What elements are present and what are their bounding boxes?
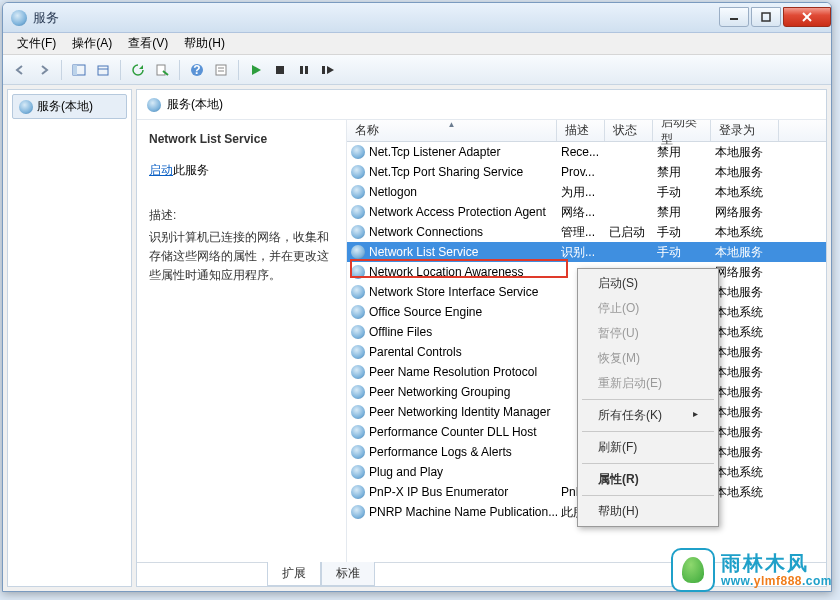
col-state[interactable]: 状态 (605, 120, 653, 141)
service-action-line: 启动此服务 (149, 162, 334, 179)
menu-view[interactable]: 查看(V) (120, 33, 176, 54)
table-row[interactable]: Network Connections管理...已启动手动本地系统 (347, 222, 826, 242)
service-icon (351, 465, 365, 479)
service-desc: 识别... (557, 244, 605, 261)
table-row[interactable]: Net.Tcp Port Sharing ServiceProv...禁用本地服… (347, 162, 826, 182)
table-row[interactable]: Netlogon为用...手动本地系统 (347, 182, 826, 202)
service-logon: 网络服务 (711, 264, 779, 281)
selected-service-name: Network List Service (149, 132, 334, 146)
service-start-type: 手动 (653, 224, 711, 241)
service-name: Offline Files (369, 325, 432, 339)
titlebar[interactable]: 服务 (3, 3, 831, 33)
service-name: Network Connections (369, 225, 483, 239)
service-name: Peer Networking Identity Manager (369, 405, 550, 419)
window-buttons (717, 7, 831, 29)
service-logon: 本地服务 (711, 444, 779, 461)
service-logon: 本地系统 (711, 304, 779, 321)
ctx-properties[interactable]: 属性(R) (580, 467, 716, 492)
service-icon (351, 285, 365, 299)
properties-button[interactable] (210, 59, 232, 81)
service-icon (351, 225, 365, 239)
service-desc: 管理... (557, 224, 605, 241)
service-icon (351, 185, 365, 199)
ctx-resume: 恢复(M) (580, 346, 716, 371)
service-icon (351, 345, 365, 359)
close-button[interactable] (783, 7, 831, 27)
separator (120, 60, 121, 80)
menu-file[interactable]: 文件(F) (9, 33, 64, 54)
service-icon (351, 505, 365, 519)
col-logon[interactable]: 登录为 (711, 120, 779, 141)
service-icon (351, 265, 365, 279)
show-hide-tree-button[interactable] (68, 59, 90, 81)
ctx-help[interactable]: 帮助(H) (580, 499, 716, 524)
tab-extended[interactable]: 扩展 (267, 562, 321, 586)
start-service-button[interactable] (245, 59, 267, 81)
service-logon: 本地系统 (711, 324, 779, 341)
back-button[interactable] (9, 59, 31, 81)
refresh-button[interactable] (127, 59, 149, 81)
ctx-refresh[interactable]: 刷新(F) (580, 435, 716, 460)
service-logon: 本地服务 (711, 404, 779, 421)
maximize-button[interactable] (751, 7, 781, 27)
nav-pane[interactable]: 服务(本地) (7, 89, 132, 587)
stop-service-button[interactable] (269, 59, 291, 81)
col-name[interactable]: 名称 (347, 120, 557, 141)
table-row[interactable]: Net.Tcp Listener AdapterRece...禁用本地服务 (347, 142, 826, 162)
service-icon (351, 205, 365, 219)
watermark-cn: 雨林木风 (721, 552, 832, 574)
minimize-button[interactable] (719, 7, 749, 27)
ctx-all-tasks[interactable]: 所有任务(K) (580, 403, 716, 428)
service-logon: 本地服务 (711, 424, 779, 441)
menu-help[interactable]: 帮助(H) (176, 33, 233, 54)
service-start-type: 禁用 (653, 204, 711, 221)
service-icon (351, 385, 365, 399)
menu-action[interactable]: 操作(A) (64, 33, 120, 54)
service-icon (351, 245, 365, 259)
service-name: Parental Controls (369, 345, 462, 359)
svg-rect-1 (762, 13, 770, 21)
ctx-restart: 重新启动(E) (580, 371, 716, 396)
service-start-type: 手动 (653, 244, 711, 261)
col-start[interactable]: 启动类型 (653, 120, 711, 141)
service-icon (351, 165, 365, 179)
app-icon (11, 10, 27, 26)
detail-content: Network List Service 启动此服务 描述: 识别计算机已连接的… (137, 120, 826, 562)
nav-services-local[interactable]: 服务(本地) (12, 94, 127, 119)
help-button[interactable]: ? (186, 59, 208, 81)
service-logon: 本地系统 (711, 184, 779, 201)
service-name: Net.Tcp Port Sharing Service (369, 165, 523, 179)
menubar: 文件(F) 操作(A) 查看(V) 帮助(H) (3, 33, 831, 55)
service-name: Network List Service (369, 245, 478, 259)
pause-service-button[interactable] (293, 59, 315, 81)
forward-button[interactable] (33, 59, 55, 81)
nav-label: 服务(本地) (37, 98, 93, 115)
table-row[interactable]: Network List Service识别...手动本地服务 (347, 242, 826, 262)
watermark-logo (671, 548, 715, 592)
service-name: PNRP Machine Name Publication... (369, 505, 557, 519)
col-desc[interactable]: 描述 (557, 120, 605, 141)
service-name: Netlogon (369, 185, 417, 199)
service-name: Network Location Awareness (369, 265, 524, 279)
restart-service-button[interactable] (317, 59, 339, 81)
column-headers: 名称 描述 状态 启动类型 登录为 (347, 120, 826, 142)
description-text: 识别计算机已连接的网络，收集和存储这些网络的属性，并在更改这些属性时通知应用程序… (149, 228, 334, 286)
service-desc: Prov... (557, 165, 605, 179)
tab-standard[interactable]: 标准 (321, 562, 375, 586)
start-service-link[interactable]: 启动 (149, 163, 173, 177)
watermark-text: 雨林木风 www.ylmf888.com (721, 552, 832, 588)
svg-rect-8 (157, 65, 165, 75)
service-logon: 网络服务 (711, 204, 779, 221)
separator (238, 60, 239, 80)
service-icon (351, 145, 365, 159)
service-start-type: 禁用 (653, 164, 711, 181)
export-button[interactable] (92, 59, 114, 81)
export-list-button[interactable] (151, 59, 173, 81)
service-logon: 本地服务 (711, 344, 779, 361)
leaf-icon (682, 557, 704, 583)
service-name: Plug and Play (369, 465, 443, 479)
ctx-separator (582, 399, 714, 400)
ctx-start[interactable]: 启动(S) (580, 271, 716, 296)
service-logon: 本地服务 (711, 164, 779, 181)
table-row[interactable]: Network Access Protection Agent网络...禁用网络… (347, 202, 826, 222)
